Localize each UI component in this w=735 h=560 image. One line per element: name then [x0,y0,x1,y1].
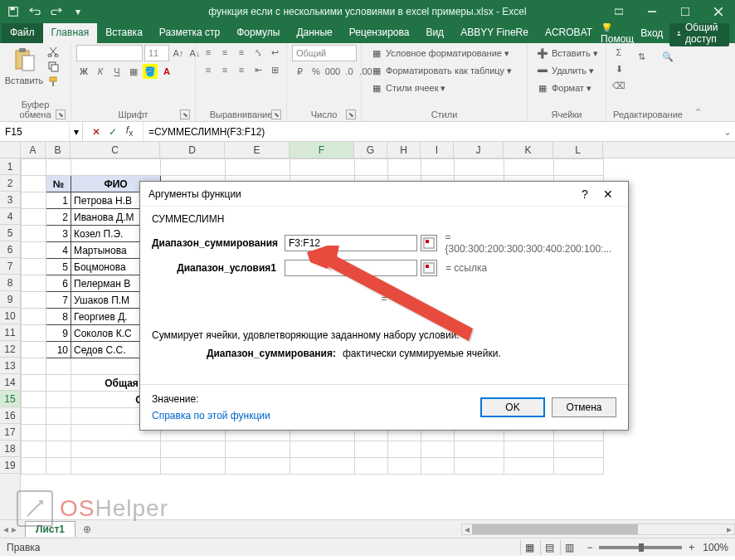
cell[interactable]: 4 [46,242,71,259]
cell[interactable] [388,441,421,458]
column-header[interactable]: K [504,142,553,158]
tab-view[interactable]: Вид [417,23,452,43]
tab-file[interactable]: Файл [2,23,43,43]
align-launcher[interactable]: ⬊ [271,110,281,119]
clear-icon[interactable]: ⌫ [611,78,626,93]
cell[interactable] [421,458,455,475]
sign-in[interactable]: Вход [640,27,663,39]
align-middle-icon[interactable]: ≡ [217,45,232,60]
fx-icon[interactable]: fx [121,124,138,138]
cell[interactable] [290,458,355,475]
copy-icon[interactable] [46,60,60,73]
namebox-dropdown-icon[interactable]: ▾ [69,122,82,141]
cell[interactable] [388,458,421,475]
currency-icon[interactable]: ₽ [292,64,307,79]
cut-icon[interactable] [46,45,60,58]
column-header[interactable]: L [553,142,603,158]
column-header[interactable]: D [160,142,225,158]
cancel-formula-icon[interactable]: ✕ [88,126,105,138]
collapse-ribbon-icon[interactable]: ⌃ [689,43,706,121]
save-icon[interactable] [3,2,23,22]
row-header[interactable]: 14 [0,374,20,391]
ok-button[interactable]: OK [480,397,545,417]
column-header[interactable]: G [354,142,387,158]
percent-icon[interactable]: % [309,64,324,79]
row-header[interactable]: 6 [0,241,20,258]
cell[interactable] [355,458,388,475]
border-icon[interactable]: ▦ [126,64,141,79]
cell[interactable] [22,375,46,392]
font-size-box[interactable]: 11 [144,45,169,61]
fill-color-icon[interactable]: 🪣 [143,64,158,79]
cell[interactable] [455,458,504,475]
align-center-icon[interactable]: ≡ [217,62,232,77]
fill-icon[interactable]: ⬇ [611,61,626,76]
qat-dropdown-icon[interactable]: ▾ [68,2,88,22]
italic-icon[interactable]: К [93,64,108,79]
column-header[interactable]: F [290,142,354,158]
cell[interactable] [504,441,554,458]
zoom-in-icon[interactable]: + [689,542,694,553]
arg2-range-select-icon[interactable] [421,260,437,276]
column-header[interactable]: C [71,142,160,158]
column-header[interactable]: E [225,142,290,158]
number-format-box[interactable]: Общий [292,45,357,61]
cell[interactable] [421,159,455,176]
function-help-link[interactable]: Справка по этой функции [152,410,270,421]
arg2-input[interactable] [285,260,417,276]
cell[interactable] [22,309,46,325]
align-right-icon[interactable]: ≡ [234,62,249,77]
maximize-icon[interactable] [669,0,702,23]
paste-button[interactable]: Вставить [5,45,43,87]
cell[interactable] [355,159,388,176]
cell[interactable] [504,159,554,176]
cell[interactable] [161,458,226,475]
view-normal-icon[interactable]: ▦ [520,540,538,555]
font-color-icon[interactable]: A [159,64,174,79]
decrease-indent-icon[interactable]: ⇤ [251,62,265,77]
cell[interactable] [22,325,46,342]
cell[interactable]: 2 [46,209,71,226]
dialog-help-icon[interactable]: ? [573,187,596,201]
cell[interactable] [554,441,604,458]
select-all-corner[interactable] [0,142,21,158]
orientation-icon[interactable]: ⤣ [251,45,265,60]
row-header[interactable]: 4 [0,208,20,225]
find-select-icon[interactable]: 🔍 [656,45,679,68]
cell[interactable] [455,159,504,176]
cell[interactable] [46,408,71,425]
cell[interactable] [554,458,604,475]
undo-icon[interactable] [25,2,45,22]
view-page-layout-icon[interactable]: ▤ [540,540,558,555]
cell[interactable] [22,176,46,192]
cell[interactable] [554,159,604,176]
cell[interactable] [46,425,71,441]
underline-icon[interactable]: Ч [110,64,124,79]
sheet-nav-last-icon[interactable]: ▸ [12,523,17,535]
name-box[interactable]: F15▾ [0,122,83,141]
cell[interactable] [22,342,46,358]
cell[interactable] [22,458,46,475]
cell[interactable]: 5 [46,259,71,275]
expand-formula-icon[interactable]: ⌄ [720,122,735,141]
cell[interactable]: 1 [46,192,71,209]
cell[interactable] [290,441,355,458]
tab-abbyy[interactable]: ABBYY FineRe [452,23,537,43]
font-name-box[interactable] [76,45,143,61]
arg1-input[interactable] [285,235,417,251]
align-left-icon[interactable]: ≡ [201,62,216,77]
cell[interactable] [22,358,46,375]
cell[interactable] [22,226,46,242]
cell[interactable]: 7 [46,292,71,309]
cell[interactable] [46,392,71,408]
dialog-close-icon[interactable]: ✕ [596,187,620,201]
cell[interactable] [161,441,226,458]
cell[interactable] [388,159,421,176]
cell[interactable] [290,159,355,176]
cell[interactable] [71,159,161,176]
cell[interactable] [504,458,554,475]
column-header[interactable]: B [46,142,71,158]
row-header[interactable]: 12 [0,341,20,358]
cell[interactable] [226,159,290,176]
row-header[interactable]: 5 [0,225,20,241]
